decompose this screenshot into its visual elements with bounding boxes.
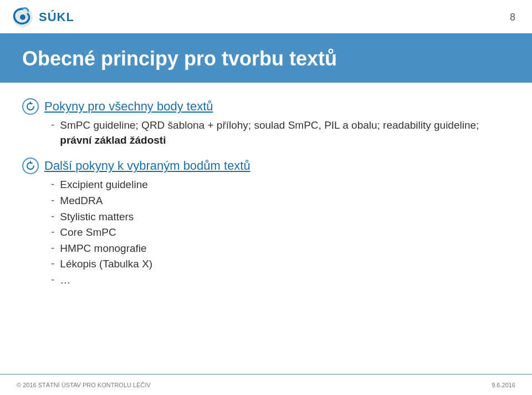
page-title: Obecné principy pro tvorbu textů xyxy=(22,47,510,70)
section-2-sub-item-3: - Stylistic matters xyxy=(51,210,510,225)
section-2-sub-items: - Excipient guideline - MedDRA - Stylist… xyxy=(51,178,510,287)
section-2: Další pokyny k vybraným bodům textů - Ex… xyxy=(22,158,510,287)
logo-area: SÚKL xyxy=(11,6,74,29)
section-2-sub-item-4: - Core SmPC xyxy=(51,225,510,240)
section-2-sub-text-7: … xyxy=(60,273,70,288)
section-2-sub-text-6: Lékopis (Tabulka X) xyxy=(60,257,152,272)
dash-icon: - xyxy=(51,178,54,190)
dash-icon: - xyxy=(51,242,54,254)
dash-icon: - xyxy=(51,274,54,286)
slide-footer: © 2016 STÁTNÍ ÚSTAV PRO KONTROLU LÉČIV 9… xyxy=(0,374,532,395)
slide-number: 8 xyxy=(510,12,515,23)
section-1-bullet-icon xyxy=(22,98,39,115)
section-2-sub-item-6: - Lékopis (Tabulka X) xyxy=(51,257,510,272)
dash-icon: - xyxy=(51,210,54,222)
section-2-title: Další pokyny k vybraným bodům textů xyxy=(44,159,250,173)
section-1-sub-text: SmPC guideline; QRD šablona + přílohy; s… xyxy=(60,118,510,148)
section-2-sub-text-1: Excipient guideline xyxy=(60,178,147,193)
footer-copyright: © 2016 STÁTNÍ ÚSTAV PRO KONTROLU LÉČIV xyxy=(17,382,151,388)
main-content: Pokyny pro všechny body textů - SmPC gui… xyxy=(0,83,532,308)
section-2-sub-text-3: Stylistic matters xyxy=(60,210,134,225)
section-1-title: Pokyny pro všechny body textů xyxy=(44,99,213,114)
title-bar: Obecné principy pro tvorbu textů xyxy=(0,34,532,83)
section-2-sub-text-5: HMPC monografie xyxy=(60,241,146,256)
section-2-bullet-icon xyxy=(22,158,39,174)
dash-icon: - xyxy=(51,119,54,131)
section-2-sub-item-7: - … xyxy=(51,273,510,288)
slide-header: SÚKL 8 xyxy=(0,0,532,34)
section-1-sub-item-1: - SmPC guideline; QRD šablona + přílohy;… xyxy=(51,118,510,148)
section-2-sub-item-1: - Excipient guideline xyxy=(51,178,510,193)
dash-icon: - xyxy=(51,257,54,270)
footer-date: 9.6.2016 xyxy=(492,382,515,388)
dash-icon: - xyxy=(51,226,54,238)
section-2-heading: Další pokyny k vybraným bodům textů xyxy=(22,158,510,174)
section-2-sub-item-2: - MedDRA xyxy=(51,194,510,209)
logo-text: SÚKL xyxy=(39,10,74,24)
sukl-logo-icon xyxy=(11,6,34,29)
section-2-sub-text-4: Core SmPC xyxy=(60,225,116,240)
section-2-sub-item-5: - HMPC monografie xyxy=(51,241,510,256)
section-1-sub-items: - SmPC guideline; QRD šablona + přílohy;… xyxy=(51,118,510,148)
section-2-sub-text-2: MedDRA xyxy=(60,194,103,209)
dash-icon: - xyxy=(51,194,54,206)
svg-point-1 xyxy=(20,14,25,20)
section-1: Pokyny pro všechny body textů - SmPC gui… xyxy=(22,98,510,148)
section-1-heading: Pokyny pro všechny body textů xyxy=(22,98,510,115)
